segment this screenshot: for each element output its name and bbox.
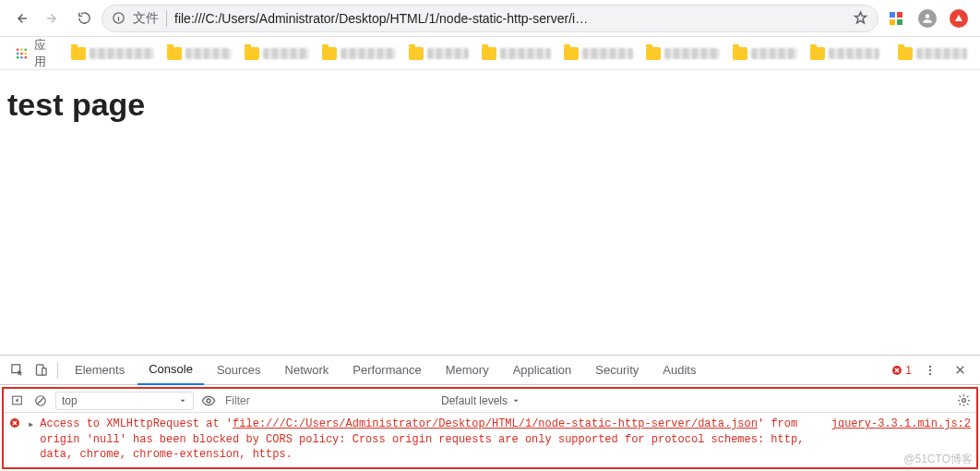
svg-point-13: [25, 56, 27, 58]
filter-input[interactable]: [223, 393, 436, 408]
svg-rect-2: [897, 12, 902, 18]
bookmark-folder[interactable]: [729, 45, 801, 62]
reload-button[interactable]: [70, 5, 98, 32]
tab-audits[interactable]: Audits: [651, 356, 707, 385]
back-button[interactable]: [7, 5, 35, 32]
console-highlight-box: top Default levels ▸ Access to XMLHttp: [2, 387, 978, 469]
svg-point-11: [17, 56, 18, 58]
bookmark-folder[interactable]: [560, 45, 637, 62]
inspect-element-button[interactable]: [6, 359, 28, 381]
console-filter[interactable]: [223, 393, 436, 408]
folder-icon: [167, 47, 182, 60]
svg-point-8: [17, 52, 18, 54]
bookmark-folder[interactable]: [163, 45, 235, 62]
svg-point-20: [929, 373, 931, 375]
devtools-panel: Elements Console Sources Network Perform…: [0, 355, 980, 471]
bookmark-folder[interactable]: [478, 45, 555, 62]
bookmark-folder[interactable]: [894, 45, 971, 62]
tab-performance[interactable]: Performance: [341, 356, 432, 385]
bookmark-folder[interactable]: [807, 45, 883, 62]
folder-icon: [71, 47, 86, 60]
devtools-close-button[interactable]: [949, 359, 971, 381]
error-count: 1: [905, 364, 912, 377]
arrow-right-icon: [44, 10, 61, 27]
error-url-link[interactable]: file:///C:/Users/Administrator/Desktop/H…: [233, 417, 758, 430]
console-settings-button[interactable]: [954, 392, 973, 410]
address-bar[interactable]: 文件 file:///C:/Users/Administrator/Deskto…: [102, 5, 878, 32]
forward-button[interactable]: [39, 5, 66, 32]
svg-rect-3: [890, 19, 895, 25]
alert-badge-icon: [950, 9, 968, 28]
svg-rect-16: [42, 368, 45, 376]
folder-icon: [245, 47, 259, 60]
folder-icon: [646, 47, 661, 60]
svg-point-6: [20, 48, 22, 50]
tab-application[interactable]: Application: [502, 356, 583, 385]
svg-point-7: [25, 48, 27, 50]
execution-context-select[interactable]: top: [55, 392, 194, 410]
gear-icon: [957, 393, 971, 407]
kebab-icon: [924, 364, 937, 377]
browser-menu-button[interactable]: [945, 5, 973, 32]
tab-sources[interactable]: Sources: [206, 356, 272, 385]
close-icon: [954, 364, 966, 376]
svg-point-19: [929, 369, 931, 371]
error-count-badge[interactable]: 1: [891, 364, 912, 377]
error-icon: [891, 365, 902, 376]
eye-icon: [201, 393, 216, 408]
live-expression-button[interactable]: [199, 392, 218, 410]
svg-point-10: [25, 52, 27, 54]
bookmarks-bar: 应用: [0, 37, 980, 70]
folder-icon: [564, 47, 579, 60]
bookmark-folder[interactable]: [318, 45, 400, 62]
bookmark-folder[interactable]: [241, 45, 313, 62]
expand-caret-icon[interactable]: ▸: [28, 417, 34, 462]
bookmark-folder[interactable]: [642, 45, 723, 62]
inspect-icon: [10, 363, 24, 377]
extension-icon[interactable]: [882, 5, 910, 32]
clear-icon: [34, 394, 47, 407]
apps-button[interactable]: 应用: [9, 33, 62, 74]
avatar-icon: [918, 9, 937, 28]
svg-point-18: [929, 366, 931, 368]
context-label: top: [62, 394, 78, 407]
folder-icon: [898, 47, 913, 60]
console-error-message: ▸ Access to XMLHttpRequest at 'file:///C…: [4, 413, 976, 467]
devtools-tabbar: Elements Console Sources Network Perform…: [0, 356, 980, 385]
console-toolbar: top Default levels: [4, 389, 976, 413]
tab-console[interactable]: Console: [137, 356, 204, 385]
star-icon[interactable]: [853, 10, 868, 26]
chevron-down-icon: [178, 396, 187, 405]
log-level-select[interactable]: Default levels: [441, 394, 520, 407]
device-toggle-button[interactable]: [30, 359, 52, 381]
page-content: test page: [0, 70, 980, 355]
tab-elements[interactable]: Elements: [64, 356, 136, 385]
url-scheme-label: 文件: [133, 10, 167, 27]
error-text: Access to XMLHttpRequest at 'file:///C:/…: [40, 417, 811, 462]
svg-point-9: [20, 52, 22, 54]
clear-console-button[interactable]: [31, 392, 50, 410]
browser-toolbar: 文件 file:///C:/Users/Administrator/Deskto…: [0, 0, 980, 37]
tab-network[interactable]: Network: [274, 356, 341, 385]
folder-icon: [810, 47, 825, 60]
devtools-menu-button[interactable]: [919, 359, 941, 381]
tab-memory[interactable]: Memory: [435, 356, 500, 385]
console-sidebar-toggle[interactable]: [7, 392, 26, 410]
profile-button[interactable]: [914, 5, 941, 32]
extension-logo-icon: [888, 10, 904, 27]
error-icon: [9, 417, 20, 429]
svg-rect-1: [890, 12, 895, 18]
svg-point-5: [17, 48, 18, 50]
apps-grid-icon: [15, 46, 29, 61]
folder-icon: [482, 47, 496, 60]
chevron-down-icon: [511, 396, 520, 405]
bookmark-folder[interactable]: [405, 45, 472, 62]
folder-icon: [409, 47, 424, 60]
svg-point-12: [20, 56, 22, 58]
svg-point-23: [207, 399, 210, 403]
page-heading: test page: [7, 87, 980, 123]
arrow-left-icon: [13, 10, 30, 27]
levels-label: Default levels: [441, 394, 508, 407]
tab-security[interactable]: Security: [584, 356, 650, 385]
bookmark-folder[interactable]: [67, 45, 158, 62]
